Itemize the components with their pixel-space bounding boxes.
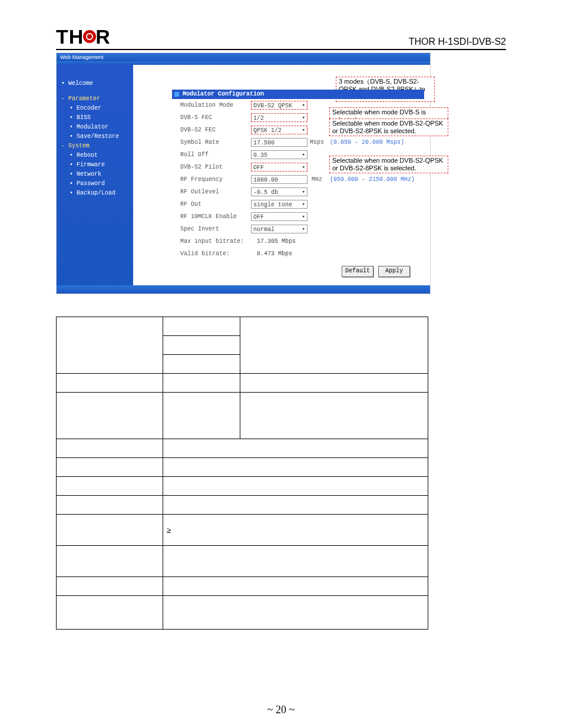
sidebar-item-firmware[interactable]: Firmware [61,160,133,170]
cell-rffreq-l: RF frequency [57,458,163,477]
sidebar: Welcome Parameter Encoder BISS Modulator… [57,65,133,285]
value-valid-bitrate: 8.473 Mbps [257,251,292,257]
panel-title: Modulator Configuration [172,90,424,99]
cell-dvbs2-2: DVB-S2 [163,355,240,374]
cell-mod-std: Modulation Standard [57,317,163,374]
default-button[interactable]: Default [342,266,373,277]
value-max-bitrate: 17.305 Mbps [257,238,296,245]
select-rf-outlevel[interactable]: -0.5 db [251,187,308,196]
cell-dvbs: DVB-S [163,317,240,336]
cell-10m-l: 10M reference input [57,577,163,596]
label-valid-bitrate: Valid bitrate: [172,251,257,257]
cell-symrate-l: Symbol rate [57,374,163,393]
label-mod-mode: Modulation Mode [172,102,251,108]
logo-text-l: TH [56,27,84,47]
sidebar-group-system[interactable]: System [61,141,133,151]
cell-mer-l: MER [57,515,163,546]
label-roll-off: Roll Off [172,151,251,158]
cell-rfout-v: -30 ~ 0dBm [163,477,428,496]
hint-rf-freq: (950.000 - 2150.000 MHz) [326,175,415,184]
sidebar-item-encoder[interactable]: Encoder [61,104,133,113]
label-symbol-rate: Symbol Rate [172,139,251,146]
unit-msps: Msps [308,138,326,147]
label-dvbs-fec: DVB-S FEC [172,114,251,121]
cell-rfout-l: RF output level [57,477,163,496]
label-rf-freq: RF Frequency [172,176,251,183]
sidebar-item-password[interactable]: Password [61,179,133,189]
sidebar-item-modulator[interactable]: Modulator [61,123,133,132]
gear-icon [83,30,96,43]
cell-rfmain-l: RF Main out [57,496,163,515]
select-rf-out[interactable]: single tone [251,200,308,209]
label-dvbs2-fec: DVB-S2 FEC [172,127,251,133]
sidebar-item-backup-load[interactable]: Backup/Load [61,189,133,198]
label-max-bitrate: Max input bitrate: [172,238,257,245]
cell-ctrl-v: Local control via LCD + Keys; Remote con… [163,596,428,630]
cell-symrate-2: 0.05M~20Msps [240,374,428,393]
cell-rolloff-v: 0.25/0.35 [163,439,428,458]
model-label: THOR H-1SDI-DVB-S2 [409,37,506,47]
sidebar-item-biss[interactable]: BISS [61,113,133,123]
label-10mclk: RF 10MCLK Enable [172,213,251,220]
label-spec-invert: Spec Invert [172,226,251,232]
cell-mer-v: ≥ ≥ 40 db [163,515,428,546]
select-roll-off[interactable]: 0.35 [251,150,308,159]
brand-logo: THR [56,27,111,47]
apply-button[interactable]: Apply [378,266,410,277]
label-rf-outlevel: RF Outlevel [172,189,251,195]
select-dvbs-fec[interactable]: 1/2 [251,113,308,122]
sidebar-item-network[interactable]: Network [61,170,133,179]
cell-10m-v: BNC Type [163,577,428,596]
select-10mclk[interactable]: OFF [251,212,308,221]
logo-text-r: R [95,27,111,47]
select-mod-mode[interactable]: DVB-S2 QPSK [251,101,308,110]
cell-dvbs2-1: DVB-S2 [163,336,240,355]
cell-fec-1: DVB-S: 1/2,2/3,3/4,5/6,7/8 [163,393,240,439]
sidebar-group-parameter[interactable]: Parameter [61,94,133,104]
browser-tab: Web Management [57,53,430,61]
cell-symrate-1: 0.05M~20Msps [163,374,240,393]
select-pilot[interactable]: OFF [251,163,308,172]
input-rf-freq[interactable]: 1000.00 [251,175,308,184]
hint-symbol-rate: (0.050 - 20.000 Msps) [326,138,404,147]
label-pilot: DVB-S2 Pilot [172,164,251,170]
select-spec-invert[interactable]: normal [251,225,308,233]
page-number: ~ 20 ~ [0,704,562,716]
unit-mhz: MHz [308,175,326,184]
cell-qpsk: QPSK [240,317,428,374]
sidebar-item-save-restore[interactable]: Save/Restore [61,132,133,141]
cell-fec-2: DVB-S2:1/2, 3/5, 2/3, 3/4, 4/5, 5/6, 8/9… [240,393,428,439]
web-ui-screenshot: Web Management Welcome Parameter Encoder… [56,52,431,294]
cell-rffreq-v: 950~2150MHz [163,458,428,477]
input-symbol-rate[interactable]: 17.500 [251,138,308,147]
sidebar-item-welcome[interactable]: Welcome [61,79,133,88]
cell-rfmon-v: L-Band, F type, -50 ~ -20dBm (depending … [163,546,428,577]
cell-rfmain-v: L-Band F type [163,496,428,515]
select-dvbs2-fec[interactable]: QPSK 1/2 [251,126,308,134]
cell-ctrl-l: Control [57,596,163,630]
sidebar-item-reboot[interactable]: Reboot [61,151,133,160]
spec-table: Modulation Standard DVB-S QPSK DVB-S2 DV… [56,317,428,630]
label-rf-out: RF Out [172,201,251,207]
cell-rolloff-l: Roll off [57,439,163,458]
cell-fec-l: FEC [57,393,163,439]
cell-rfmon-l: RF Monitor out [57,546,163,577]
